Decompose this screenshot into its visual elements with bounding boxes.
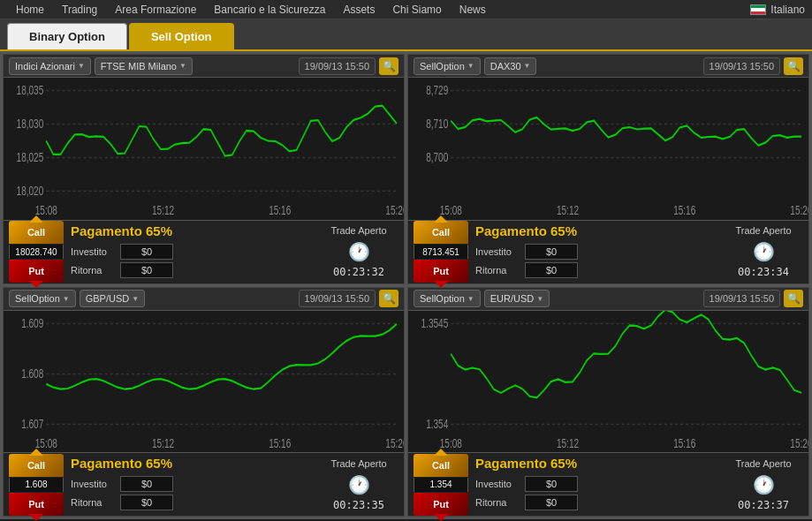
ritorna-input-w4[interactable]: [525, 495, 578, 510]
call-btn-w1[interactable]: Call: [9, 221, 64, 244]
datetime-label-w4: 19/09/13 15:50: [703, 290, 780, 307]
svg-text:18,035: 18,035: [17, 83, 44, 97]
tabs-bar: Binary Option Sell Option: [0, 19, 812, 51]
ritorna-row-w3: Ritorna: [71, 495, 312, 510]
nav-home[interactable]: Home: [7, 0, 53, 19]
market-dropdown-w3[interactable]: SellOption: [9, 290, 76, 307]
ritorna-input-w1[interactable]: [120, 262, 173, 278]
price-display-w3: 1.608: [9, 478, 64, 492]
call-put-w4: Call 1.354 Put: [414, 454, 468, 516]
clock-icon-w1: 🕐: [348, 241, 370, 262]
svg-text:15:16: 15:16: [673, 435, 695, 449]
main-grid: Indici Azionari FTSE MIB Milano 19/09/13…: [0, 51, 812, 519]
timer-w3: 00:23:35: [333, 499, 384, 511]
pagamento-title-w2: Pagamento 65%: [475, 223, 717, 238]
call-btn-w4[interactable]: Call: [414, 454, 468, 477]
tab-binary-option[interactable]: Binary Option: [7, 23, 127, 49]
asset-dropdown-w3[interactable]: GBP/USD: [80, 290, 145, 307]
svg-text:15:20: 15:20: [790, 435, 808, 449]
put-btn-w1[interactable]: Put: [9, 260, 64, 283]
call-btn-w3[interactable]: Call: [9, 454, 64, 477]
investito-input-w2[interactable]: [525, 244, 578, 260]
investito-label-w1: Investito: [71, 246, 115, 257]
search-btn-w3[interactable]: 🔍: [379, 290, 398, 307]
svg-text:15:12: 15:12: [152, 435, 174, 449]
tab-sell-option[interactable]: Sell Option: [129, 23, 234, 49]
svg-text:15:16: 15:16: [269, 203, 291, 217]
widget-w1: Indici Azionari FTSE MIB Milano 19/09/13…: [3, 54, 405, 284]
pagamento-title-w1: Pagamento 65%: [71, 223, 312, 238]
timer-w2: 00:23:34: [738, 266, 789, 278]
clock-icon-w4: 🕐: [753, 474, 775, 495]
trade-label-w2: Trade Aperto: [735, 225, 791, 236]
investito-input-w4[interactable]: [525, 476, 578, 492]
put-btn-w3[interactable]: Put: [9, 493, 64, 516]
svg-text:15:20: 15:20: [790, 203, 808, 217]
search-btn-w1[interactable]: 🔍: [379, 57, 398, 75]
investito-label-w2: Investito: [475, 246, 520, 257]
call-put-w1: Call 18028.740 Put: [9, 221, 64, 283]
trade-label-w1: Trade Aperto: [330, 225, 386, 236]
market-dropdown-w1[interactable]: Indici Azionari: [9, 57, 91, 75]
svg-text:15:16: 15:16: [673, 203, 695, 217]
nav-assets[interactable]: Assets: [334, 0, 383, 19]
svg-text:1.608: 1.608: [21, 366, 43, 381]
svg-text:15:20: 15:20: [385, 203, 404, 217]
trade-label-w4: Trade Aperto: [735, 458, 791, 469]
svg-text:18,030: 18,030: [17, 117, 44, 131]
investito-label-w3: Investito: [71, 479, 115, 489]
pagamento-section-w4: Pagamento 65% Investito Ritorna: [475, 456, 717, 513]
ritorna-label-w2: Ritorna: [475, 265, 520, 276]
svg-text:15:12: 15:12: [557, 203, 579, 217]
call-btn-w2[interactable]: Call: [414, 221, 468, 244]
svg-text:8,710: 8,710: [426, 117, 448, 131]
market-dropdown-w4[interactable]: SellOption: [414, 290, 481, 307]
ritorna-row-w4: Ritorna: [475, 495, 717, 510]
svg-text:15:12: 15:12: [152, 203, 174, 217]
investito-row-w2: Investito: [475, 244, 717, 260]
svg-text:1.3545: 1.3545: [421, 316, 449, 330]
ritorna-input-w3[interactable]: [120, 495, 173, 510]
datetime-label-w3: 19/09/13 15:50: [299, 290, 376, 307]
asset-dropdown-w2[interactable]: DAX30: [484, 57, 537, 75]
nav-news[interactable]: News: [451, 0, 495, 19]
svg-text:1.607: 1.607: [21, 416, 43, 430]
pagamento-section-w1: Pagamento 65% Investito Ritorna: [71, 223, 312, 281]
nav-chi-siamo[interactable]: Chi Siamo: [383, 0, 450, 19]
price-display-w1: 18028.740: [9, 245, 64, 259]
nav-trading[interactable]: Trading: [53, 0, 106, 19]
svg-text:8,729: 8,729: [426, 83, 448, 97]
timer-w4: 00:23:37: [738, 499, 789, 511]
language-selector[interactable]: Italiano: [750, 4, 805, 16]
widget-w4: SellOption EUR/USD 19/09/13 15:50 🔍 1.35…: [407, 287, 809, 517]
investito-row-w1: Investito: [71, 244, 312, 260]
nav-bancario[interactable]: Bancario e la Sicurezza: [205, 0, 334, 19]
widget-header-w4: SellOption EUR/USD 19/09/13 15:50 🔍: [408, 288, 808, 311]
price-display-w2: 8713.451: [414, 245, 468, 259]
datetime-label-w2: 19/09/13 15:50: [703, 57, 780, 75]
put-btn-w2[interactable]: Put: [414, 260, 468, 283]
nav-area-formazione[interactable]: Area Formazione: [106, 0, 205, 19]
investito-input-w1[interactable]: [120, 244, 173, 260]
chart-svg-w4: 1.3545 1.354 15:0815:1215:1615:20: [408, 311, 808, 453]
chart-area-w2: 8,729 8,710 8,700 15:0815:1215:1615:20: [408, 78, 808, 220]
widget-bottom-w2: Call 8713.451 Put Pagamento 65% Investit…: [408, 220, 808, 283]
ritorna-input-w2[interactable]: [525, 262, 578, 278]
search-btn-w4[interactable]: 🔍: [784, 290, 803, 307]
market-dropdown-w2[interactable]: SellOption: [414, 57, 481, 75]
ritorna-label-w3: Ritorna: [71, 497, 115, 508]
widget-bottom-w1: Call 18028.740 Put Pagamento 65% Investi…: [4, 220, 404, 283]
widget-w3: SellOption GBP/USD 19/09/13 15:50 🔍 1.60…: [3, 287, 405, 517]
asset-dropdown-w1[interactable]: FTSE MIB Milano: [95, 57, 193, 75]
search-btn-w2[interactable]: 🔍: [784, 57, 803, 75]
chart-svg-w3: 1.609 1.608 1.607 15:0815:1215:1615:20: [4, 311, 404, 453]
asset-dropdown-w4[interactable]: EUR/USD: [484, 290, 550, 307]
investito-row-w4: Investito: [475, 476, 717, 492]
put-btn-w4[interactable]: Put: [414, 493, 468, 516]
call-put-w3: Call 1.608 Put: [9, 454, 64, 516]
svg-text:18,020: 18,020: [17, 184, 44, 198]
trade-section-w2: Trade Aperto 🕐 00:23:34: [724, 225, 803, 278]
language-label: Italiano: [770, 4, 805, 16]
widget-header-w2: SellOption DAX30 19/09/13 15:50 🔍: [408, 55, 808, 78]
investito-input-w3[interactable]: [120, 476, 173, 492]
